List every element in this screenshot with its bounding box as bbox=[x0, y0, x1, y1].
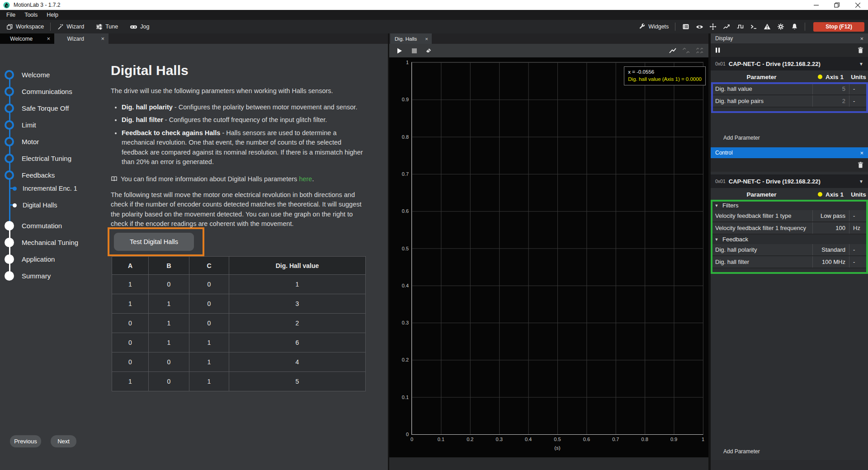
table-row: 1103 bbox=[112, 294, 366, 314]
control-panel-header[interactable]: Control × bbox=[711, 147, 868, 158]
bullet-item: Dig. hall polarity - Configures the pola… bbox=[122, 103, 365, 113]
group-filters[interactable]: ▼ Filters bbox=[711, 201, 868, 210]
registers-list-button[interactable] bbox=[679, 20, 693, 33]
split-plots-icon[interactable] bbox=[682, 47, 690, 54]
pause-icon[interactable] bbox=[715, 47, 721, 53]
alerts-button[interactable] bbox=[760, 20, 774, 33]
table-row: 1015 bbox=[112, 372, 366, 391]
settings-button[interactable] bbox=[774, 20, 788, 33]
tab-dig-halls[interactable]: Dig. Halls × bbox=[390, 33, 432, 44]
control-row-vel-filter-frequency[interactable]: Velocity feedback filter 1 frequency 100… bbox=[711, 222, 868, 235]
step-circle-icon bbox=[5, 103, 14, 113]
monitor-eye-button[interactable] bbox=[693, 20, 706, 33]
scope-chart[interactable]: (s) 10.90.80.70.60.50.40.30.20.1000.10.2… bbox=[389, 57, 708, 457]
control-row-vel-filter-type[interactable]: Velocity feedback filter 1 type Low pass… bbox=[711, 210, 868, 222]
tab-welcome-close-icon[interactable]: × bbox=[42, 35, 54, 42]
tune-button[interactable]: Tune bbox=[93, 20, 121, 33]
y-tick-label: 0 bbox=[406, 432, 409, 437]
plot-area[interactable]: (s) 10.90.80.70.60.50.40.30.20.1000.10.2… bbox=[411, 62, 703, 435]
wizard-step-safe-torque-off[interactable]: Safe Torque Off bbox=[0, 103, 69, 113]
restore-button[interactable] bbox=[826, 0, 847, 10]
timeline-todo-segment bbox=[9, 224, 10, 277]
minimize-button[interactable] bbox=[806, 0, 826, 10]
next-button[interactable]: Next bbox=[51, 435, 76, 447]
workspace-button[interactable]: Workspace bbox=[4, 20, 47, 33]
menu-file[interactable]: File bbox=[2, 10, 20, 20]
step-dot-icon bbox=[13, 187, 17, 191]
y-tick-label: 0.6 bbox=[402, 208, 409, 214]
app-window: MotionLab 3 - 1.7.2 File Tools Help Work… bbox=[0, 0, 868, 470]
previous-button[interactable]: Previous bbox=[10, 435, 41, 447]
wizard-step-commutation[interactable]: Commutation bbox=[0, 221, 62, 230]
control-device-selector[interactable]: 0x01 CAP-NET-C - Drive (192.168.2.22) ▼ bbox=[711, 174, 868, 188]
wizard-step-mechanical-tuning[interactable]: Mechanical Tuning bbox=[0, 238, 78, 247]
wizard-button[interactable]: Wizard bbox=[54, 20, 87, 33]
list-icon bbox=[682, 23, 689, 30]
wizard-step-incremental-enc-1[interactable]: Incremental Enc. 1 bbox=[0, 184, 77, 193]
notifications-button[interactable] bbox=[788, 20, 801, 33]
tooltip-x-value: x = -0.0556 bbox=[628, 68, 702, 75]
trash-icon[interactable] bbox=[858, 47, 863, 53]
display-toolbar bbox=[711, 43, 868, 57]
widgets-button[interactable]: Widgets bbox=[636, 20, 671, 33]
trash-icon[interactable] bbox=[858, 162, 863, 168]
wizard-step-communications[interactable]: Communications bbox=[0, 87, 72, 96]
wizard-step-summary[interactable]: Summary bbox=[0, 271, 51, 280]
x-tick-label: 0.6 bbox=[583, 437, 590, 442]
x-tick-label: 0 bbox=[410, 437, 413, 442]
tab-wizard-close-icon[interactable]: × bbox=[97, 35, 108, 42]
hall-table: A B C Dig. Hall value 1001 1103 0102 011… bbox=[112, 256, 366, 391]
single-plot-icon[interactable] bbox=[669, 47, 677, 54]
terminal-button[interactable] bbox=[747, 20, 760, 33]
tab-wizard[interactable]: Wizard × bbox=[54, 33, 108, 44]
display-add-parameter[interactable]: Add Parameter bbox=[723, 135, 760, 141]
x-tick-label: 0.2 bbox=[467, 437, 473, 442]
test-digital-halls-button[interactable]: Test Digital Halls bbox=[114, 233, 194, 251]
menu-help[interactable]: Help bbox=[42, 10, 63, 20]
signal-wave-button[interactable] bbox=[733, 20, 747, 33]
tab-dig-halls-close-icon[interactable]: × bbox=[421, 36, 432, 42]
menu-tools[interactable]: Tools bbox=[20, 10, 42, 20]
jog-button[interactable]: Jog bbox=[127, 20, 152, 33]
scope-toolbar bbox=[389, 44, 708, 57]
step-circle-icon bbox=[5, 221, 14, 230]
motion-move-button[interactable] bbox=[706, 20, 720, 33]
tab-welcome[interactable]: Welcome × bbox=[0, 33, 54, 44]
control-row-dig-hall-polarity[interactable]: Dig. hall polarity Standard - bbox=[711, 244, 868, 256]
menubar: File Tools Help bbox=[0, 10, 868, 20]
close-button[interactable] bbox=[847, 0, 868, 10]
grid-plots-icon[interactable] bbox=[696, 47, 704, 54]
clear-button[interactable] bbox=[423, 45, 434, 56]
display-row-dig-hall-value[interactable]: Dig. hall value 5 - bbox=[711, 83, 868, 95]
wizard-step-digital-halls[interactable]: Digital Halls bbox=[0, 201, 57, 210]
display-close-icon[interactable]: × bbox=[860, 35, 863, 42]
wizard-step-feedbacks[interactable]: Feedbacks bbox=[0, 170, 55, 179]
control-close-icon[interactable]: × bbox=[860, 150, 863, 156]
wizard-step-application[interactable]: Application bbox=[0, 254, 55, 263]
play-button[interactable] bbox=[394, 45, 406, 56]
chevron-down-icon: ▼ bbox=[859, 61, 863, 66]
scope-chart-button[interactable] bbox=[720, 20, 733, 33]
display-panel-header: Display × bbox=[711, 33, 868, 43]
right-bottom-strip bbox=[711, 460, 868, 470]
chart-line-icon bbox=[723, 23, 730, 30]
window-title: MotionLab 3 - 1.7.2 bbox=[14, 2, 60, 8]
display-row-dig-hall-pole-pairs[interactable]: Dig. hall pole pairs 2 - bbox=[711, 95, 868, 108]
stop-capture-button[interactable] bbox=[408, 45, 420, 56]
control-add-parameter[interactable]: Add Parameter bbox=[723, 448, 760, 455]
col-header-b: B bbox=[149, 257, 189, 275]
axis-color-dot[interactable] bbox=[818, 75, 822, 79]
control-row-dig-hall-filter[interactable]: Dig. hall filter 100 MHz - bbox=[711, 256, 868, 268]
wizard-step-welcome[interactable]: Welcome bbox=[0, 70, 50, 79]
wizard-step-electrical-tuning[interactable]: Electrical Tuning bbox=[0, 154, 71, 163]
wizard-step-limit[interactable]: Limit bbox=[0, 120, 36, 129]
axis-color-dot[interactable] bbox=[818, 192, 822, 197]
display-device-selector[interactable]: 0x01 CAP-NET-C - Drive (192.168.2.22) ▼ bbox=[711, 57, 868, 70]
group-feedback[interactable]: ▼ Feedback bbox=[711, 235, 868, 244]
x-tick-label: 0.5 bbox=[554, 437, 561, 442]
wizard-step-motor[interactable]: Motor bbox=[0, 137, 39, 146]
stop-button[interactable]: Stop (F12) bbox=[813, 22, 864, 32]
col-header-c: C bbox=[189, 257, 229, 275]
info-link[interactable]: here bbox=[299, 175, 312, 183]
tune-sliders-icon bbox=[96, 24, 103, 30]
